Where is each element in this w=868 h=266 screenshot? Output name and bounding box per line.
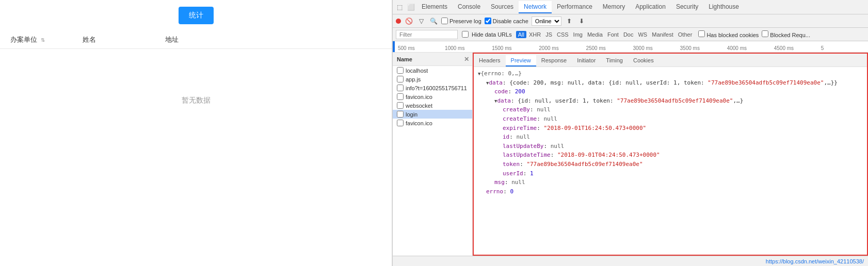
tab-lighthouse[interactable]: Lighthouse bbox=[703, 1, 744, 13]
tab-console[interactable]: Console bbox=[453, 1, 486, 13]
devtools-bar2: 🚫 ▽ 🔍 Preserve log Disable cache Online … bbox=[393, 14, 868, 28]
name-item-favicon2[interactable]: favicon.ico bbox=[393, 119, 472, 127]
devtools-filterbar: Hide data URLs All XHR JS CSS Img Media … bbox=[393, 28, 868, 41]
name-item-checkbox[interactable] bbox=[397, 93, 404, 100]
ftype-css[interactable]: CSS bbox=[555, 31, 571, 38]
ftype-img[interactable]: Img bbox=[571, 31, 585, 38]
name-item-localhost[interactable]: localhost bbox=[393, 66, 472, 75]
ftype-media[interactable]: Media bbox=[585, 31, 605, 38]
hide-data-urls-checkbox[interactable] bbox=[462, 31, 469, 38]
name-item-info[interactable]: info?t=16002551756711 bbox=[393, 84, 472, 92]
has-blocked-label: Has blocked cookies bbox=[698, 30, 759, 38]
name-item-text: websocket bbox=[406, 103, 432, 109]
devtools-timeline: 500 ms 1000 ms 1500 ms 2000 ms 2500 ms 3… bbox=[393, 41, 868, 53]
name-list: localhost app.js info?t=16002551756711 f… bbox=[393, 66, 472, 256]
detail-content: ▼{errno: 0,…} ▼data: {code: 200, msg: nu… bbox=[474, 67, 867, 255]
name-item-login[interactable]: login bbox=[393, 110, 472, 119]
preserve-log-group: Preserve log bbox=[441, 18, 481, 24]
stat-button[interactable]: 统计 bbox=[179, 7, 214, 24]
name-item-text: app.js bbox=[406, 76, 421, 82]
name-item-checkbox[interactable] bbox=[397, 111, 404, 118]
preserve-log-checkbox[interactable] bbox=[441, 18, 448, 24]
disable-cache-label: Disable cache bbox=[493, 18, 528, 24]
name-item-favicon1[interactable]: favicon.ico bbox=[393, 92, 472, 101]
name-panel-header: Name ✕ bbox=[393, 53, 472, 66]
filter-icon[interactable]: ▽ bbox=[416, 16, 426, 26]
stop-icon[interactable]: 🚫 bbox=[404, 16, 413, 26]
name-item-text: favicon.ico bbox=[406, 120, 432, 126]
name-item-text: localhost bbox=[406, 68, 428, 74]
detail-tab-cookies[interactable]: Cookies bbox=[628, 55, 659, 66]
tab-sources[interactable]: Sources bbox=[486, 1, 519, 13]
blocked-req-label: Blocked Requ... bbox=[762, 30, 810, 38]
export-icon[interactable]: ⬇ bbox=[577, 16, 586, 26]
name-item-checkbox[interactable] bbox=[397, 102, 404, 109]
close-detail-icon[interactable]: ✕ bbox=[464, 56, 469, 63]
devtools-statusbar: https://blog.csdn.net/weixin_42110538/ bbox=[393, 256, 868, 266]
devtools-topbar: ⬚ ⬜ Elements Console Sources Network Per… bbox=[393, 0, 868, 14]
name-item-checkbox[interactable] bbox=[397, 120, 404, 126]
ftype-other[interactable]: Other bbox=[676, 31, 695, 38]
json-line-1: ▼data: {code: 200, msg: null, data: {id:… bbox=[478, 78, 863, 88]
ftype-xhr[interactable]: XHR bbox=[527, 31, 543, 38]
tl-3500: 3500 ms bbox=[680, 45, 727, 51]
disable-cache-group: Disable cache bbox=[485, 18, 528, 24]
table-header: 办案单位 ⇅ 姓名 地址 bbox=[0, 31, 392, 49]
preserve-log-label: Preserve log bbox=[449, 18, 481, 24]
detail-panel: Headers Preview Response Initiator Timin… bbox=[473, 53, 868, 256]
detail-tab-response[interactable]: Response bbox=[536, 55, 572, 66]
tab-network[interactable]: Network bbox=[519, 1, 552, 13]
col-unit-header: 办案单位 ⇅ bbox=[0, 35, 83, 44]
name-item-websocket[interactable]: websocket bbox=[393, 101, 472, 110]
has-blocked-checkbox[interactable] bbox=[698, 30, 705, 37]
blocked-req-checkbox[interactable] bbox=[762, 30, 768, 37]
json-line-5: createTime: null bbox=[478, 114, 863, 124]
tl-1000: 1000 ms bbox=[445, 45, 492, 51]
json-line-4: createBy: null bbox=[478, 105, 863, 114]
name-item-appjs[interactable]: app.js bbox=[393, 75, 472, 84]
detail-tab-headers[interactable]: Headers bbox=[474, 55, 506, 66]
ftype-doc[interactable]: Doc bbox=[621, 31, 636, 38]
disable-cache-checkbox[interactable] bbox=[485, 18, 491, 24]
ftype-manifest[interactable]: Manifest bbox=[650, 31, 676, 38]
name-item-checkbox[interactable] bbox=[397, 76, 404, 82]
name-item-checkbox[interactable] bbox=[397, 85, 404, 91]
name-item-text: login bbox=[406, 111, 417, 118]
online-select[interactable]: Online bbox=[532, 16, 561, 26]
detail-tab-timing[interactable]: Timing bbox=[601, 55, 628, 66]
json-line-13: errno: 0 bbox=[478, 187, 863, 196]
record-button[interactable] bbox=[396, 19, 401, 24]
devtools-main: Name ✕ localhost app.js info?t=160025517… bbox=[393, 53, 868, 256]
detail-tab-preview[interactable]: Preview bbox=[506, 55, 536, 66]
tab-application[interactable]: Application bbox=[630, 1, 671, 13]
filter-input[interactable] bbox=[396, 30, 458, 39]
timeline-progress-bar bbox=[393, 41, 395, 52]
tl-4500: 4500 ms bbox=[774, 45, 821, 51]
status-url: https://blog.csdn.net/weixin_42110538/ bbox=[766, 258, 864, 264]
tab-performance[interactable]: Performance bbox=[552, 1, 598, 13]
col-addr-header: 地址 bbox=[165, 35, 268, 44]
ftype-ws[interactable]: WS bbox=[636, 31, 649, 38]
search-icon[interactable]: 🔍 bbox=[429, 16, 438, 26]
ftype-all[interactable]: All bbox=[516, 31, 526, 38]
tab-elements[interactable]: Elements bbox=[416, 1, 453, 13]
app-toolbar: 统计 bbox=[0, 0, 392, 31]
devtools-tabs: Elements Console Sources Network Perform… bbox=[416, 1, 866, 13]
col-name-header: 姓名 bbox=[83, 35, 165, 44]
import-icon[interactable]: ⬆ bbox=[565, 16, 574, 26]
ftype-js[interactable]: JS bbox=[543, 31, 554, 38]
ftype-font[interactable]: Font bbox=[605, 31, 621, 38]
name-item-text: info?t=16002551756711 bbox=[406, 85, 467, 91]
tab-memory[interactable]: Memory bbox=[598, 1, 630, 13]
filter-options: Hide data URLs bbox=[462, 31, 512, 38]
device-icon[interactable]: ⬜ bbox=[406, 3, 415, 12]
devtools-icon-group: ⬚ ⬜ bbox=[395, 3, 415, 12]
tab-security[interactable]: Security bbox=[671, 1, 703, 13]
devtools-panel: ⬚ ⬜ Elements Console Sources Network Per… bbox=[392, 0, 868, 266]
filter-type-buttons: All XHR JS CSS Img Media Font Doc WS Man… bbox=[516, 31, 695, 38]
filter-extra-options: Has blocked cookies Blocked Requ... bbox=[698, 30, 810, 38]
inspect-icon[interactable]: ⬚ bbox=[395, 3, 404, 12]
detail-tab-initiator[interactable]: Initiator bbox=[572, 55, 601, 66]
name-item-checkbox[interactable] bbox=[397, 67, 404, 74]
tl-500: 500 ms bbox=[398, 45, 445, 51]
